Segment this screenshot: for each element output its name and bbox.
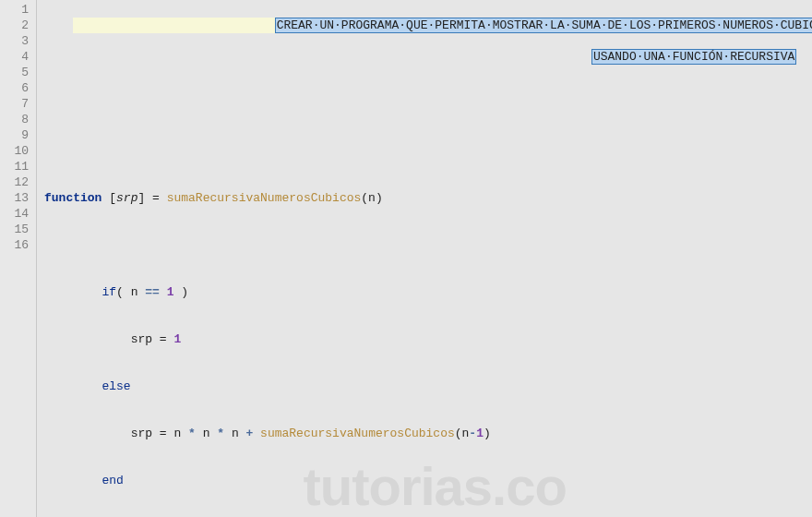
line-number: 13 (0, 190, 36, 206)
line-number: 4 (0, 49, 36, 65)
code-line (44, 143, 812, 159)
code-line (44, 237, 812, 253)
selection: USANDO·UNA·FUNCIÓN·RECURSIVA (591, 49, 796, 65)
line-number: 14 (0, 206, 36, 222)
code-line: USANDO·UNA·FUNCIÓN·RECURSIVA (44, 49, 812, 65)
line-number: 3 (0, 33, 36, 49)
code-editor: 12345678910111213141516 CREAR·UN·PROGRAM… (0, 0, 812, 517)
line-number: 11 (0, 159, 36, 174)
line-number: 9 (0, 127, 36, 143)
selection: CREAR·UN·PROGRAMA·QUE·PERMITA·MOSTRAR·LA… (275, 18, 812, 33)
code-line: end (44, 473, 812, 488)
code-line: function [srp] = sumaRecursivaNumerosCub… (44, 190, 812, 206)
line-number: 10 (0, 143, 36, 159)
line-number-gutter: 12345678910111213141516 (0, 0, 37, 517)
code-line (44, 96, 812, 112)
code-line: srp = n * n * n + sumaRecursivaNumerosCu… (44, 426, 812, 441)
line-number: 5 (0, 65, 36, 80)
line-number: 15 (0, 222, 36, 237)
line-number: 1 (0, 2, 36, 18)
line-number: 2 (0, 18, 36, 33)
line-number: 6 (0, 80, 36, 96)
code-line: CREAR·UN·PROGRAMA·QUE·PERMITA·MOSTRAR·LA… (73, 18, 812, 33)
code-line: else (44, 379, 812, 394)
line-number: 16 (0, 237, 36, 253)
code-area[interactable]: CREAR·UN·PROGRAMA·QUE·PERMITA·MOSTRAR·LA… (37, 0, 812, 517)
line-number: 7 (0, 96, 36, 112)
line-number: 12 (0, 174, 36, 190)
code-line: srp = 1 (44, 331, 812, 347)
line-number: 8 (0, 112, 36, 127)
code-line: if( n == 1 ) (44, 284, 812, 300)
